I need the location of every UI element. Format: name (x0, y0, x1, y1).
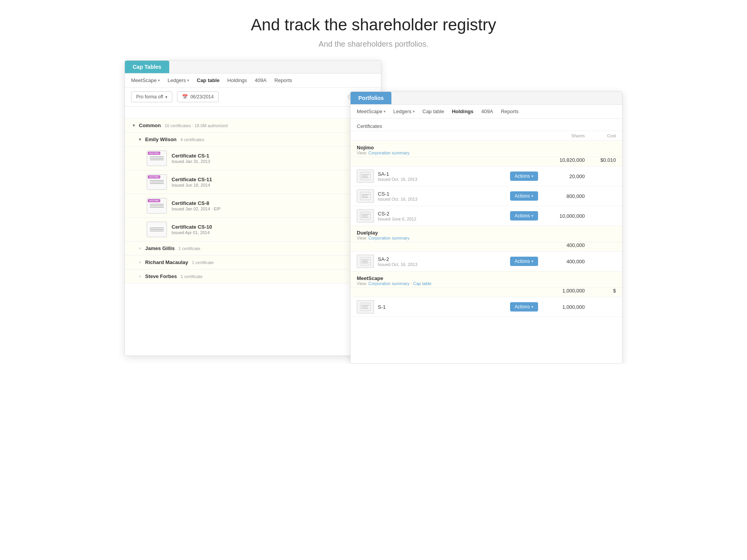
portfolios-window: Portfolios MeetScape ▾ Ledgers ▾ Cap tab… (350, 91, 622, 364)
cs1-actions-caret-icon: ▾ (531, 194, 533, 198)
ledgers-caret-icon: ▾ (187, 78, 189, 82)
cert-cs8-thumb: VESTING (147, 198, 167, 214)
calendar-icon: 📅 (182, 94, 188, 100)
p-nav-holdings[interactable]: Holdings (452, 108, 473, 114)
steve-forbes-row: › Steve Forbes 1 certificate 66,666 (125, 270, 381, 284)
nojimo-group-header: Nojimo View: Corporation summary (351, 141, 622, 157)
sa2-actions-button[interactable]: Actions ▾ (510, 257, 538, 266)
nojimo-cs1-row: CS-1 Issued Oct. 16, 2013 Actions ▾ 800,… (351, 186, 622, 206)
richard-expand-icon[interactable]: › (137, 260, 143, 265)
duelplay-corp-link[interactable]: Corporation summary (368, 236, 410, 240)
cs2-actions-caret-icon: ▾ (531, 214, 533, 218)
nav-409a[interactable]: 409A (255, 77, 267, 83)
sa1-actions-caret-icon: ▾ (531, 174, 533, 178)
nav-meetscape[interactable]: MeetScape ▾ (131, 77, 160, 83)
cost-header: Cost (585, 133, 616, 138)
table-header: Vested (125, 107, 381, 119)
nav-holdings[interactable]: Holdings (227, 77, 247, 83)
meetscape-s1-row: S-1 Actions ▾ 1,000,000 (351, 297, 622, 317)
nav-ledgers[interactable]: Ledgers ▾ (168, 77, 189, 83)
cert-cs11-row: VESTING Certificate CS-11 Issued Jun 18,… (125, 170, 381, 194)
cs1-actions-button[interactable]: Actions ▾ (510, 191, 538, 201)
p-nav-meetscape[interactable]: MeetScape ▾ (357, 108, 386, 114)
s1-shares: 1,000,000 (538, 304, 585, 310)
sa1-thumb (357, 170, 374, 183)
nav-cap-table[interactable]: Cap table (197, 77, 220, 83)
duelplay-total-row: 400,000 (351, 242, 622, 252)
cert-cs1-row: VESTING Certificate CS-1 Issued Jan 31, … (125, 147, 381, 170)
p-nav-reports[interactable]: Reports (501, 108, 519, 114)
cert-cs10-thumb (147, 222, 167, 237)
emily-wilson-row: ▼ Emily Wilson 4 certificates 880,082 (125, 133, 381, 147)
meetscape-total-shares: 1,000,000 (538, 288, 585, 294)
meetscape-caret-icon: ▾ (158, 78, 160, 82)
sa2-thumb (357, 255, 374, 268)
emily-expand-icon[interactable]: ▼ (137, 137, 143, 142)
nojimo-total-shares: 10,820,000 (538, 157, 585, 163)
portfolio-table-header: Shares Cost (351, 131, 622, 141)
common-row: ▼ Common 10 certificates · 18.0M authori… (125, 119, 381, 133)
sa2-actions-caret-icon: ▾ (531, 259, 533, 263)
james-expand-icon[interactable]: › (137, 246, 143, 251)
cap-tables-titlebar: Cap Tables (125, 61, 381, 74)
nojimo-corp-link[interactable]: Corporation summary (368, 150, 410, 155)
p-meetscape-caret-icon: ▾ (384, 109, 386, 114)
proforma-caret-icon: ▾ (165, 95, 167, 99)
duelplay-total-shares: 400,000 (538, 242, 585, 248)
meetscape-total-cost: $ (585, 288, 616, 294)
portfolios-tab[interactable]: Portfolios (351, 92, 391, 104)
steve-expand-icon[interactable]: › (137, 274, 143, 279)
james-gillis-row: › James Gillis 1 certificate 833,333 (125, 242, 381, 256)
duelplay-sa2-row: SA-2 Issued Oct. 16, 2013 Actions ▾ 400,… (351, 252, 622, 271)
date-picker[interactable]: 📅 06/23/2014 (177, 91, 219, 102)
meetscape-corp-link[interactable]: Corporation summary (368, 281, 410, 286)
cs1-shares: 800,000 (538, 193, 585, 199)
duelplay-group-header: Duelplay View: Corporation summary (351, 226, 622, 242)
cs1-thumb (357, 189, 374, 203)
p-ledgers-caret-icon: ▾ (413, 109, 415, 114)
cert-cs10-row: Certificate CS-10 Issued Apr 01, 2014 28… (125, 218, 381, 242)
shares-header: Shares (538, 133, 585, 138)
nojimo-sa1-row: SA-1 Issued Oct. 16, 2013 Actions ▾ 20,0… (351, 166, 622, 186)
cs2-shares: 10,000,000 (538, 213, 585, 219)
cert-cs8-row: VESTING Certificate CS-8 Issued Jan 02, … (125, 194, 381, 218)
meetscape-group-header: MeetScape View: Corporation summary · Ca… (351, 271, 622, 288)
common-group: ▼ Common 10 certificates · 18.0M authori… (125, 119, 381, 284)
cs2-actions-button[interactable]: Actions ▾ (510, 211, 538, 220)
richard-macaulay-row: › Richard Macaulay 1 certificate 66,666 (125, 256, 381, 270)
s1-thumb (357, 300, 374, 313)
p-nav-cap-table[interactable]: Cap table (423, 108, 444, 114)
nav-reports[interactable]: Reports (274, 77, 292, 83)
common-expand-icon[interactable]: ▼ (131, 123, 137, 128)
meetscape-cap-table-link[interactable]: Cap table (413, 281, 431, 286)
cap-table-nav: MeetScape ▾ Ledgers ▾ Cap table Holdings… (125, 74, 381, 88)
nojimo-total-cost: $0.010 (585, 157, 616, 163)
cap-tables-tab[interactable]: Cap Tables (125, 61, 169, 73)
cap-tables-window: Cap Tables MeetScape ▾ Ledgers ▾ Cap tab… (124, 60, 381, 356)
cert-cs11-thumb: VESTING (147, 174, 167, 190)
proforma-button[interactable]: Pro forma off ▾ (131, 91, 172, 102)
duelplay-total-cost (585, 242, 616, 248)
certificates-section-header: Certificates (351, 119, 622, 131)
page-subtitle: And the shareholders portfolios. (8, 40, 739, 49)
sa2-shares: 400,000 (538, 259, 585, 264)
meetscape-total-row: 1,000,000 $ (351, 288, 622, 297)
cert-cs1-thumb: VESTING (147, 150, 167, 166)
sa1-actions-button[interactable]: Actions ▾ (510, 172, 538, 181)
page-title: And track the shareholder registry (8, 16, 739, 34)
portfolios-titlebar: Portfolios (351, 92, 622, 105)
s1-actions-caret-icon: ▾ (531, 305, 533, 309)
sa1-shares: 20,000 (538, 173, 585, 179)
nojimo-cs2-row: CS-2 Issued June 6, 2012 Actions ▾ 10,00… (351, 206, 622, 226)
p-nav-ledgers[interactable]: Ledgers ▾ (393, 108, 415, 114)
portfolios-nav: MeetScape ▾ Ledgers ▾ Cap table Holdings… (351, 105, 622, 119)
cap-table-toolbar: Pro forma off ▾ 📅 06/23/2014 Today (125, 88, 381, 107)
cs2-thumb (357, 209, 374, 222)
s1-actions-button[interactable]: Actions ▾ (510, 302, 538, 312)
p-nav-409a[interactable]: 409A (481, 108, 493, 114)
nojimo-total-row: 10,820,000 $0.010 (351, 157, 622, 166)
